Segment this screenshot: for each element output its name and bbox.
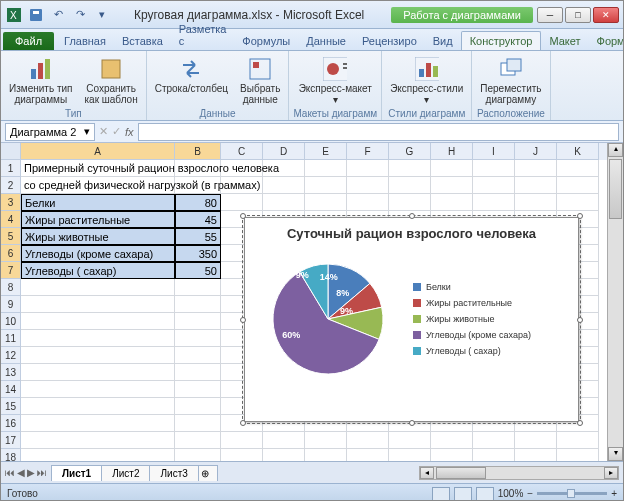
- undo-icon[interactable]: ↶: [49, 6, 67, 24]
- cell[interactable]: [21, 330, 175, 347]
- new-sheet-button[interactable]: ⊕: [198, 465, 218, 481]
- cell[interactable]: [263, 432, 305, 449]
- cell[interactable]: [21, 279, 175, 296]
- scroll-left-icon[interactable]: ◂: [420, 467, 434, 479]
- sheet-tab-3[interactable]: Лист3: [149, 465, 198, 481]
- zoom-out-icon[interactable]: −: [527, 488, 533, 499]
- cell[interactable]: [557, 160, 599, 177]
- cell[interactable]: [557, 449, 599, 461]
- cell[interactable]: [175, 449, 221, 461]
- scroll-up-icon[interactable]: ▴: [608, 143, 623, 157]
- row-header[interactable]: 8: [1, 279, 21, 296]
- cell[interactable]: [305, 177, 347, 194]
- row-header[interactable]: 4: [1, 211, 21, 228]
- cell[interactable]: 80: [175, 194, 221, 211]
- cell[interactable]: [221, 432, 263, 449]
- cell[interactable]: 45: [175, 211, 221, 228]
- cell[interactable]: [431, 160, 473, 177]
- cell[interactable]: [473, 449, 515, 461]
- cell[interactable]: [175, 347, 221, 364]
- zoom-slider[interactable]: [537, 492, 607, 495]
- cell[interactable]: [263, 449, 305, 461]
- cell[interactable]: [431, 194, 473, 211]
- cell[interactable]: [473, 432, 515, 449]
- tab-home[interactable]: Главная: [56, 32, 114, 50]
- cell[interactable]: [389, 177, 431, 194]
- chart-legend[interactable]: БелкиЖиры растительныеЖиры животныеУглев…: [403, 250, 570, 388]
- cell[interactable]: Углеводы ( сахар): [21, 262, 175, 279]
- cell[interactable]: [175, 330, 221, 347]
- row-header[interactable]: 5: [1, 228, 21, 245]
- cell[interactable]: [473, 160, 515, 177]
- cell[interactable]: [221, 449, 263, 461]
- quick-styles-button[interactable]: Экспресс-стили▾: [386, 55, 467, 107]
- cell[interactable]: [21, 381, 175, 398]
- row-header[interactable]: 14: [1, 381, 21, 398]
- tab-insert[interactable]: Вставка: [114, 32, 171, 50]
- name-box[interactable]: Диаграмма 2▾: [5, 123, 95, 141]
- cell[interactable]: [515, 449, 557, 461]
- cell[interactable]: [21, 398, 175, 415]
- cell[interactable]: [431, 432, 473, 449]
- cell[interactable]: [515, 194, 557, 211]
- row-header[interactable]: 3: [1, 194, 21, 211]
- enter-icon[interactable]: ✓: [112, 125, 121, 138]
- move-chart-button[interactable]: Переместить диаграмму: [476, 55, 545, 107]
- change-chart-type-button[interactable]: Изменить тип диаграммы: [5, 55, 76, 107]
- cell[interactable]: [175, 415, 221, 432]
- cell[interactable]: Примерный суточный рацион взрослого чело…: [21, 160, 175, 177]
- cell[interactable]: [347, 177, 389, 194]
- save-icon[interactable]: [27, 6, 45, 24]
- qat-dropdown-icon[interactable]: ▾: [93, 6, 111, 24]
- row-header[interactable]: 9: [1, 296, 21, 313]
- row-header[interactable]: 15: [1, 398, 21, 415]
- column-header[interactable]: F: [347, 143, 389, 160]
- cell[interactable]: [389, 449, 431, 461]
- cell[interactable]: [175, 398, 221, 415]
- cell[interactable]: [347, 432, 389, 449]
- quick-layout-button[interactable]: Экспресс-макет▾: [295, 55, 376, 107]
- legend-item[interactable]: Белки: [413, 282, 570, 292]
- cell[interactable]: [389, 160, 431, 177]
- cell[interactable]: [305, 194, 347, 211]
- cell[interactable]: [473, 194, 515, 211]
- cell[interactable]: [21, 449, 175, 461]
- column-header[interactable]: A: [21, 143, 175, 160]
- zoom-level[interactable]: 100%: [498, 488, 524, 499]
- cell[interactable]: [305, 432, 347, 449]
- vertical-scrollbar[interactable]: ▴ ▾: [607, 143, 623, 461]
- tab-chart-layout[interactable]: Макет: [541, 32, 588, 50]
- fx-icon[interactable]: fx: [125, 126, 134, 138]
- prev-sheet-icon[interactable]: ◀: [17, 467, 25, 478]
- zoom-in-icon[interactable]: +: [611, 488, 617, 499]
- tab-formulas[interactable]: Формулы: [234, 32, 298, 50]
- normal-view-button[interactable]: [432, 487, 450, 501]
- tab-data[interactable]: Данные: [298, 32, 354, 50]
- cell[interactable]: [347, 160, 389, 177]
- cell[interactable]: [175, 279, 221, 296]
- scroll-right-icon[interactable]: ▸: [604, 467, 618, 479]
- column-header[interactable]: E: [305, 143, 347, 160]
- column-header[interactable]: D: [263, 143, 305, 160]
- legend-item[interactable]: Жиры животные: [413, 314, 570, 324]
- page-layout-button[interactable]: [454, 487, 472, 501]
- chart-title[interactable]: Суточный рацион взрослого человека: [245, 218, 578, 246]
- row-header[interactable]: 16: [1, 415, 21, 432]
- cell[interactable]: [21, 364, 175, 381]
- tab-view[interactable]: Вид: [425, 32, 461, 50]
- row-header[interactable]: 17: [1, 432, 21, 449]
- cell[interactable]: со средней физической нагрузкой (в грамм…: [21, 177, 175, 194]
- cell[interactable]: [305, 160, 347, 177]
- select-data-button[interactable]: Выбрать данные: [236, 55, 284, 107]
- row-header[interactable]: 1: [1, 160, 21, 177]
- cell[interactable]: [263, 194, 305, 211]
- cell[interactable]: [263, 177, 305, 194]
- cell[interactable]: [175, 381, 221, 398]
- cancel-icon[interactable]: ✕: [99, 125, 108, 138]
- cell[interactable]: Жиры животные: [21, 228, 175, 245]
- row-header[interactable]: 13: [1, 364, 21, 381]
- cell[interactable]: 350: [175, 245, 221, 262]
- zoom-thumb[interactable]: [567, 489, 575, 498]
- cell[interactable]: 50: [175, 262, 221, 279]
- next-sheet-icon[interactable]: ▶: [27, 467, 35, 478]
